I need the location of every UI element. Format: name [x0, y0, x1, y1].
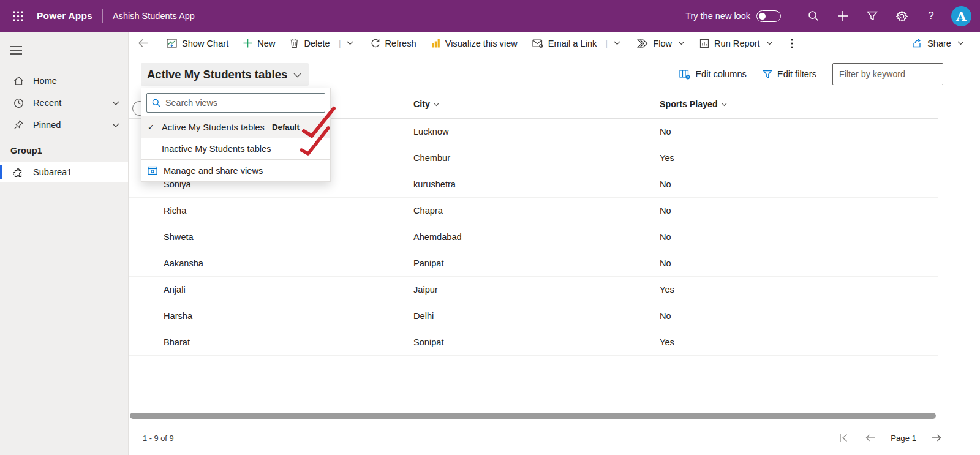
- chevron-down-icon[interactable]: [112, 101, 119, 105]
- previous-page-icon[interactable]: [864, 431, 877, 445]
- table-row[interactable]: Bharat Sonipat Yes: [129, 329, 938, 356]
- refresh-icon: [371, 39, 380, 48]
- cell-city: Panipat: [413, 258, 660, 268]
- cell-sports-played: No: [660, 232, 938, 242]
- cell-name: Bharat: [164, 337, 413, 347]
- chevron-down-icon[interactable]: [112, 123, 119, 127]
- command-label: Refresh: [385, 39, 417, 48]
- command-label: Share: [927, 39, 951, 48]
- cell-city: Sonipat: [413, 337, 660, 347]
- trash-icon: [290, 38, 299, 48]
- new-button[interactable]: New: [236, 34, 282, 53]
- chevron-down-icon: [722, 103, 727, 107]
- view-selector-flyout: ✓ Active My Students tables Default Inac…: [141, 88, 331, 182]
- manage-views-label: Manage and share views: [164, 166, 263, 176]
- sidebar-item-label: Recent: [33, 98, 61, 108]
- command-label: Visualize this view: [445, 39, 518, 48]
- delete-split-chevron-icon[interactable]: [342, 34, 358, 53]
- view-selector[interactable]: Active My Students tables: [141, 63, 309, 86]
- default-badge: Default: [272, 122, 300, 132]
- search-icon[interactable]: [803, 6, 824, 26]
- grid-page: Active My Students tables: [129, 55, 980, 455]
- command-label: Flow: [653, 39, 672, 48]
- command-label: Run Report: [714, 39, 760, 48]
- search-icon: [152, 99, 160, 107]
- column-header-sports-played[interactable]: Sports Played: [660, 99, 938, 109]
- column-header-city[interactable]: City: [413, 99, 660, 109]
- sidebar-item-subarea1[interactable]: Subarea1: [0, 162, 128, 182]
- back-icon[interactable]: [134, 34, 153, 53]
- sidebar-item-home[interactable]: Home: [0, 70, 128, 92]
- cell-city: Chembur: [413, 153, 660, 163]
- add-icon[interactable]: [832, 6, 853, 26]
- view-bar: Active My Students tables: [129, 55, 980, 89]
- search-views-input[interactable]: [165, 98, 320, 108]
- grid-footer: 1 - 9 of 9 Page 1: [129, 426, 980, 450]
- share-button[interactable]: Share: [905, 34, 971, 53]
- table-row[interactable]: Shweta Ahemdabad No: [129, 224, 938, 250]
- check-icon: ✓: [148, 122, 157, 132]
- delete-button[interactable]: Delete: [282, 34, 337, 53]
- help-icon[interactable]: ?: [921, 6, 941, 26]
- table-row[interactable]: Anjali Jaipur Yes: [129, 277, 938, 303]
- avatar[interactable]: A: [951, 6, 971, 26]
- cell-name: Anjali: [164, 285, 413, 295]
- sidebar-item-label: Subarea1: [33, 167, 72, 177]
- hamburger-menu-icon[interactable]: [4, 38, 28, 62]
- next-page-icon[interactable]: [930, 431, 943, 445]
- settings-gear-icon[interactable]: [891, 6, 912, 26]
- chevron-down-icon: [766, 41, 773, 45]
- share-icon: [912, 39, 922, 48]
- cell-city: Delhi: [413, 311, 660, 321]
- sidebar-item-pinned[interactable]: Pinned: [0, 114, 128, 136]
- command-divider: |: [339, 38, 341, 48]
- table-row[interactable]: Aakansha Panipat No: [129, 250, 938, 277]
- filter-keyword-input[interactable]: [832, 63, 943, 85]
- view-option-active[interactable]: ✓ Active My Students tables Default: [141, 116, 330, 138]
- edit-filters-label: Edit filters: [777, 69, 816, 79]
- cell-sports-played: Yes: [660, 153, 938, 163]
- edit-columns-icon: [679, 69, 690, 80]
- puzzle-icon: [13, 167, 24, 178]
- sidebar-item-label: Home: [33, 76, 57, 86]
- email-split-chevron-icon[interactable]: [609, 34, 625, 53]
- filter-icon[interactable]: [862, 6, 883, 26]
- visualize-bars-icon: [431, 39, 440, 48]
- flow-button[interactable]: Flow: [630, 34, 692, 53]
- waffle-icon[interactable]: [7, 6, 28, 26]
- cell-sports-played: Yes: [660, 285, 938, 295]
- table-row[interactable]: Richa Chapra No: [129, 198, 938, 224]
- edit-filters-button[interactable]: Edit filters: [763, 63, 816, 85]
- visualize-view-button[interactable]: Visualize this view: [424, 34, 525, 53]
- first-page-icon[interactable]: [837, 431, 850, 445]
- cell-sports-played: No: [660, 311, 938, 321]
- run-report-button[interactable]: Run Report: [692, 34, 780, 53]
- home-icon: [13, 76, 24, 86]
- scrollbar-thumb[interactable]: [130, 413, 936, 419]
- envelope-icon: [532, 39, 543, 48]
- chevron-down-icon: [434, 103, 439, 107]
- product-title[interactable]: Power Apps: [37, 10, 92, 21]
- table-row[interactable]: Harsha Delhi No: [129, 303, 938, 329]
- more-commands-icon[interactable]: [783, 34, 801, 53]
- chevron-down-icon: [957, 41, 964, 45]
- cell-city: Lucknow: [413, 127, 660, 137]
- pin-icon: [13, 120, 24, 130]
- command-label: Email a Link: [548, 39, 597, 48]
- new-look-toggle[interactable]: [756, 10, 781, 22]
- cell-sports-played: Yes: [660, 337, 938, 347]
- view-option-inactive[interactable]: Inactive My Students tables: [141, 138, 330, 159]
- cell-city: kurushetra: [413, 179, 660, 189]
- show-chart-button[interactable]: Show Chart: [159, 34, 236, 53]
- manage-share-views[interactable]: Manage and share views: [141, 160, 330, 181]
- cell-sports-played: No: [660, 127, 938, 137]
- page-label: Page 1: [891, 434, 916, 443]
- cell-sports-played: No: [660, 179, 938, 189]
- edit-columns-button[interactable]: Edit columns: [679, 63, 747, 85]
- email-link-button[interactable]: Email a Link: [525, 34, 605, 53]
- sidebar-item-recent[interactable]: Recent: [0, 92, 128, 114]
- cell-name: Richa: [164, 206, 413, 216]
- chevron-down-icon: [293, 73, 301, 78]
- command-bar: Show Chart New Delete: [129, 32, 980, 55]
- refresh-button[interactable]: Refresh: [363, 34, 424, 53]
